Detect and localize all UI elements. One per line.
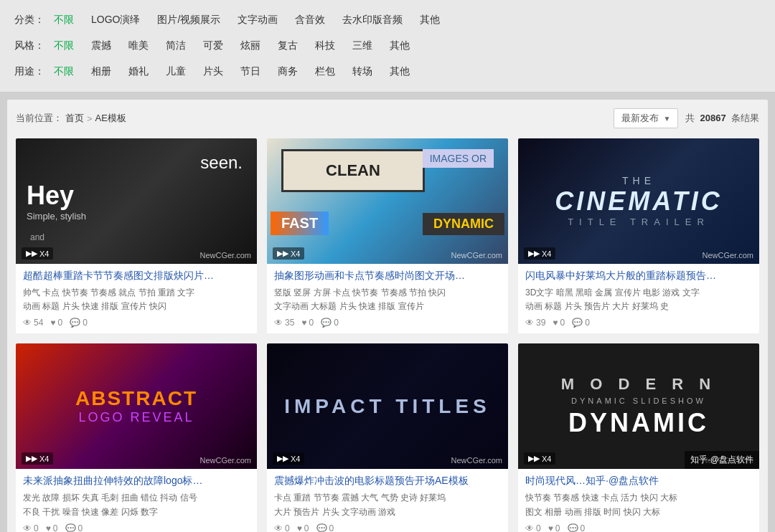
- card-5-likes: ♥ 0: [297, 523, 309, 532]
- style-filter-row: 风格： 不限 震撼 唯美 简洁 可爱 炫丽 复古 科技 三维 其他: [14, 33, 761, 59]
- style-item-cute[interactable]: 可爱: [196, 37, 230, 54]
- filter-panel: 分类： 不限 LOGO演绎 图片/视频展示 文字动画 含音效 去水印版音频 其他…: [0, 0, 775, 92]
- eye-icon-1: 👁: [23, 318, 32, 328]
- usage-item-children[interactable]: 儿童: [159, 63, 193, 80]
- usage-item-album[interactable]: 相册: [84, 63, 118, 80]
- breadcrumb-prefix: 当前位置：: [16, 112, 62, 125]
- badge-x4-1: ▶▶ X4: [22, 247, 53, 260]
- result-suffix: 条结果: [731, 113, 759, 123]
- card-3-view-count: 39: [536, 318, 545, 328]
- badge-x4-3: ▶▶ X4: [524, 247, 555, 260]
- card-1-title: 超酷超棒重踏卡节节奏感图文排版炔闪片…: [23, 270, 250, 282]
- card-3-likes: ♥ 0: [553, 318, 565, 328]
- card-4[interactable]: ABSTRACT LOGO REVEAL NewCGer.com ▶▶ X4 未…: [16, 343, 257, 532]
- card-6-like-count: 0: [555, 523, 560, 532]
- usage-item-news[interactable]: 栏包: [308, 63, 342, 80]
- style-item-shocking[interactable]: 震撼: [84, 37, 118, 54]
- heart-icon-4: ♥: [46, 523, 51, 532]
- eye-icon-6: 👁: [525, 523, 534, 532]
- card-6-likes: ♥ 0: [548, 523, 560, 532]
- style-item-beautiful[interactable]: 唯美: [121, 37, 156, 54]
- category-items: 不限 LOGO演绎 图片/视频展示 文字动画 含音效 去水印版音频 其他: [47, 11, 447, 29]
- card-3-comment-count: 0: [585, 318, 590, 328]
- card-1-like-count: 0: [57, 318, 62, 328]
- impact-text: IMPACT TITLES: [284, 395, 490, 418]
- badge-x4-4: ▶▶ X4: [22, 452, 53, 465]
- card-1-comments: 💬 0: [70, 318, 88, 328]
- card-6-title: 时尚现代风…知乎·@盘点软件: [525, 475, 752, 488]
- card-3-thumb: THE CINEMATIC TITLE TRAILER NewCGer.com …: [518, 138, 759, 264]
- style-item-clean[interactable]: 简洁: [159, 37, 193, 54]
- badge-label-4: X4: [39, 455, 49, 463]
- style-items: 不限 震撼 唯美 简洁 可爱 炫丽 复古 科技 三维 其他: [47, 37, 417, 54]
- card-2-thumb-content: CLEAN FAST DYNAMIC IMAGES OR: [267, 138, 508, 264]
- usage-item-transition[interactable]: 转场: [345, 63, 380, 80]
- sort-dropdown[interactable]: 最新发布 ▼: [614, 108, 678, 128]
- cinematic-main: CINEMATIC: [555, 186, 722, 217]
- play-icon-4: ▶▶: [26, 454, 37, 463]
- usage-item-unlimited[interactable]: 不限: [47, 63, 81, 80]
- usage-item-opener[interactable]: 片头: [196, 63, 230, 80]
- category-item-with-sound[interactable]: 含音效: [288, 11, 332, 29]
- style-item-3d[interactable]: 三维: [345, 37, 380, 54]
- card-1-thumb-content: Hey seen. Simple, stylish and: [16, 138, 257, 264]
- usage-item-festival[interactable]: 节日: [233, 63, 268, 80]
- category-item-text-anim[interactable]: 文字动画: [230, 11, 285, 29]
- usage-item-wedding[interactable]: 婚礼: [121, 63, 156, 80]
- category-item-unlimited[interactable]: 不限: [47, 11, 81, 29]
- cinematic-the: THE: [555, 175, 722, 186]
- card-3-info: 闪电风暴中好莱坞大片般的重踏标题预告… 3D文字 暗黑 黑暗 金属 宣传片 电影…: [518, 264, 759, 333]
- card-3[interactable]: THE CINEMATIC TITLE TRAILER NewCGer.com …: [518, 138, 759, 333]
- play-icon-1: ▶▶: [26, 249, 37, 258]
- category-item-image-video[interactable]: 图片/视频展示: [150, 11, 227, 29]
- comment-icon-2: 💬: [321, 318, 332, 328]
- card-1-tags1: 帅气 卡点 快节奏 节奏感 就点 节拍 重踏 文字: [23, 286, 250, 300]
- logo-reveal-text: LOGO REVEAL: [75, 410, 197, 425]
- card-5[interactable]: IMPACT TITLES NewCGer.com ▶▶ X4 震撼爆炸冲击波的…: [267, 343, 508, 532]
- card-2-views: 👁 35: [274, 318, 294, 328]
- badge-x4-6: ▶▶ X4: [524, 452, 555, 465]
- card-5-tags1: 卡点 重踏 节节奏 震撼 大气 气势 史诗 好莱坞: [274, 491, 501, 505]
- card-4-info: 未来派抽象扭曲拉伸特效的故障logo标… 发光 故障 损坏 失真 毛刺 扭曲 错…: [16, 469, 257, 532]
- card-1[interactable]: Hey seen. Simple, stylish and NewCGer.co…: [16, 138, 257, 333]
- fast-box: FAST: [271, 212, 329, 235]
- usage-item-business[interactable]: 商务: [271, 63, 305, 80]
- dynamic-text2: DYNAMIC: [561, 408, 716, 438]
- category-item-remove-watermark[interactable]: 去水印版音频: [335, 11, 410, 29]
- usage-item-other[interactable]: 其他: [382, 63, 417, 80]
- card-3-tags2: 动画 标题 片头 预告片 大片 好莱坞 史: [525, 300, 752, 313]
- usage-items: 不限 相册 婚礼 儿童 片头 节日 商务 栏包 转场 其他: [47, 63, 417, 80]
- images-text: IMAGES OR: [423, 149, 494, 168]
- category-item-logo[interactable]: LOGO演绎: [84, 11, 147, 29]
- result-number: 20867: [700, 113, 726, 123]
- main-content: 当前位置： 首页 > AE模板 最新发布 ▼ 共 20867 条结果 Hey s: [7, 100, 768, 532]
- heart-icon-1: ♥: [50, 318, 55, 328]
- zhihu-overlay: 知乎·@盘点软件: [685, 451, 759, 469]
- style-item-retro[interactable]: 复古: [271, 37, 305, 54]
- style-item-tech[interactable]: 科技: [308, 37, 342, 54]
- cinematic-block: THE CINEMATIC TITLE TRAILER: [555, 175, 722, 227]
- style-item-dazzling[interactable]: 炫丽: [233, 37, 268, 54]
- card-4-title: 未来派抽象扭曲拉伸特效的故障logo标…: [23, 475, 250, 488]
- breadcrumb-bar: 当前位置： 首页 > AE模板 最新发布 ▼ 共 20867 条结果: [16, 108, 759, 128]
- style-item-unlimited[interactable]: 不限: [47, 37, 81, 54]
- category-item-other[interactable]: 其他: [413, 11, 447, 29]
- card-2[interactable]: CLEAN FAST DYNAMIC IMAGES OR NewCGer.com…: [267, 138, 508, 333]
- comment-icon-5: 💬: [316, 523, 327, 532]
- card-6-thumb: M O D E R N DYNAMIC SLIDESHOW DYNAMIC Ne…: [518, 343, 759, 469]
- card-4-thumb-content: ABSTRACT LOGO REVEAL: [16, 343, 257, 469]
- card-2-comments: 💬 0: [321, 318, 339, 328]
- heart-icon-3: ♥: [553, 318, 558, 328]
- eye-icon-3: 👁: [525, 318, 534, 328]
- card-6[interactable]: M O D E R N DYNAMIC SLIDESHOW DYNAMIC Ne…: [518, 343, 759, 532]
- breadcrumb-home[interactable]: 首页: [65, 112, 84, 125]
- style-item-other[interactable]: 其他: [382, 37, 417, 54]
- card-2-tags2: 文字动画 大标题 片头 快速 排版 宣传片: [274, 300, 501, 313]
- card-1-tags2: 动画 标题 片头 快速 排版 宣传片 快闪: [23, 300, 250, 313]
- card-5-comments: 💬 0: [316, 523, 334, 532]
- sort-arrow-icon: ▼: [663, 115, 670, 123]
- card-6-info: 时尚现代风…知乎·@盘点软件 快节奏 节奏感 快速 卡点 活力 快闪 大标 图文…: [518, 469, 759, 532]
- card-2-comment-count: 0: [334, 318, 339, 328]
- heart-icon-5: ♥: [297, 523, 302, 532]
- badge-x4-5: ▶▶ X4: [273, 452, 304, 465]
